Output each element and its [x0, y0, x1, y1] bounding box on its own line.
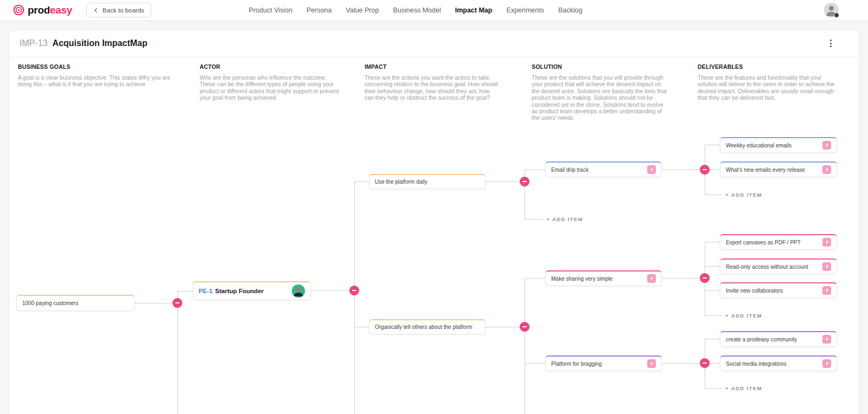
- minus-icon: [522, 326, 527, 327]
- nav-item-backlog[interactable]: Backlog: [558, 7, 582, 14]
- minus-icon: [522, 181, 527, 182]
- prodeasy-logo[interactable]: prodeasy: [13, 4, 72, 16]
- column-description: These are the actions you want the actor…: [365, 74, 500, 101]
- column-impact: IMPACT These are the actions you want th…: [365, 63, 500, 101]
- chevron-left-icon: [93, 8, 99, 13]
- add-solution-button[interactable]: + ADD ITEM: [546, 216, 583, 222]
- solution-node-platform-for-bragging[interactable]: Platform for bragging: [545, 355, 662, 371]
- minus-icon: [175, 302, 180, 303]
- top-navigation-bar: prodeasy Back to boards Product Vision P…: [0, 0, 868, 21]
- nav-item-experiments[interactable]: Experiments: [506, 7, 544, 14]
- solution-node-make-sharing-simple[interactable]: Make sharing very simple: [545, 270, 662, 286]
- user-avatar[interactable]: [824, 3, 839, 17]
- column-actor: ACTOR Who are the personas who influence…: [200, 63, 340, 101]
- deliverable-node-weekly-educational-emails[interactable]: Weekky educational emails: [720, 137, 837, 153]
- deliverable-node-whats-new-emails[interactable]: What's new emails every release: [720, 161, 837, 177]
- back-to-boards-button[interactable]: Back to boards: [86, 3, 151, 17]
- column-description: A goal is a clear business objective. Th…: [18, 74, 181, 88]
- nav-item-impact-map[interactable]: Impact Map: [455, 7, 493, 14]
- lightning-bolt-icon[interactable]: [822, 165, 831, 174]
- back-to-boards-label: Back to boards: [103, 7, 144, 14]
- impact-node-organically-tell-others[interactable]: Organically tell others about the platfo…: [369, 319, 486, 334]
- board-title-row: IMP-13 Acquisition ImpactMap: [9, 30, 859, 57]
- column-title: BUSINESS GOALS: [18, 63, 181, 70]
- solution-node-email-drip-track[interactable]: Email drip track: [545, 161, 662, 177]
- board-title: Acquisition ImpactMap: [53, 38, 148, 48]
- nav-item-business-model[interactable]: Business Model: [393, 7, 441, 14]
- nav-item-product-vision[interactable]: Product Vision: [249, 7, 292, 14]
- actor-node[interactable]: PE-1 Startup Founder: [193, 281, 311, 300]
- prodeasy-spiral-icon: [13, 4, 24, 16]
- avatar-status-dot: [834, 12, 839, 18]
- actor-tag: PE-1: [199, 288, 213, 294]
- collapse-solution2-branch-button[interactable]: [700, 273, 710, 283]
- board-menu-button[interactable]: [827, 36, 835, 50]
- lightning-bolt-icon[interactable]: [822, 238, 831, 247]
- column-solution: SOLUTION These are the solutions that yo…: [532, 63, 668, 121]
- column-title: ACTOR: [200, 63, 340, 70]
- deliverable-node-invite-collaborators[interactable]: Invite new collaborators: [720, 282, 837, 298]
- goal-label: 1000 paying customers: [22, 300, 78, 306]
- deliverable-node-prodeasy-community[interactable]: create a prodeasy community: [720, 331, 837, 347]
- lightning-bolt-icon[interactable]: [647, 359, 656, 368]
- lightning-bolt-icon[interactable]: [822, 262, 831, 271]
- impact-node-use-platform-daily[interactable]: Use the platform daily: [369, 174, 486, 189]
- actor-name: Startup Founder: [215, 288, 264, 294]
- actor-avatar: [292, 284, 305, 297]
- collapse-solution1-branch-button[interactable]: [700, 165, 710, 174]
- logo-text-prod: prod: [28, 4, 50, 16]
- kebab-menu-icon: [830, 40, 832, 41]
- collapse-impact2-branch-button[interactable]: [520, 322, 529, 332]
- column-business-goals: BUSINESS GOALS A goal is a clear busines…: [18, 63, 181, 88]
- column-title: IMPACT: [365, 63, 500, 70]
- collapse-impact1-branch-button[interactable]: [520, 177, 529, 186]
- lightning-bolt-icon[interactable]: [647, 165, 656, 174]
- deliverable-node-read-only-access[interactable]: Read-only access without account: [720, 258, 837, 274]
- minus-icon: [703, 363, 707, 364]
- lightning-bolt-icon[interactable]: [822, 335, 831, 344]
- nav-item-value-prop[interactable]: Value Prop: [346, 7, 379, 14]
- add-deliverable-button-group2[interactable]: + ADD ITEM: [725, 313, 762, 319]
- collapse-actor-branch-button[interactable]: [349, 286, 359, 295]
- lightning-bolt-icon[interactable]: [822, 141, 831, 150]
- collapse-solution3-branch-button[interactable]: [700, 358, 710, 368]
- deliverable-node-social-media-integrations[interactable]: Social media integrations: [720, 355, 837, 371]
- logo-text: prodeasy: [28, 5, 72, 15]
- minus-icon: [703, 277, 707, 279]
- minus-icon: [352, 290, 356, 291]
- column-title: SOLUTION: [532, 63, 668, 70]
- minus-icon: [703, 169, 707, 170]
- column-description: These are the solutions that you will pr…: [532, 74, 668, 121]
- add-deliverable-button-group1[interactable]: + ADD ITEM: [725, 192, 762, 198]
- lightning-bolt-icon[interactable]: [822, 359, 831, 368]
- column-description: Who are the personas who influence the o…: [200, 74, 340, 101]
- lightning-bolt-icon[interactable]: [822, 286, 831, 295]
- add-deliverable-button-group3[interactable]: + ADD ITEM: [725, 385, 762, 391]
- board-id: IMP-13: [20, 38, 48, 48]
- logo-text-easy: easy: [50, 4, 72, 16]
- nav-item-persona[interactable]: Persona: [307, 7, 332, 14]
- main-nav: Product Vision Persona Value Prop Busine…: [249, 7, 583, 14]
- column-description: These are the features and functionality…: [698, 74, 840, 101]
- lightning-bolt-icon[interactable]: [647, 274, 656, 283]
- deliverable-node-export-canvases[interactable]: Export canvases as PDF / PPT: [720, 234, 837, 250]
- collapse-goal-branch-button[interactable]: [173, 298, 182, 308]
- goal-node[interactable]: 1000 paying customers: [16, 295, 135, 311]
- column-deliverables: DELIVERABLES These are the features and …: [698, 63, 840, 101]
- column-title: DELIVERABLES: [698, 63, 840, 70]
